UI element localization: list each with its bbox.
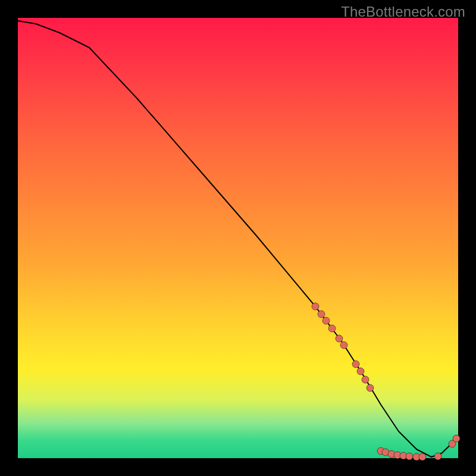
chart-plot-area [18,18,458,458]
data-point [318,311,325,318]
data-point [406,453,413,460]
data-point [340,342,347,349]
frame: TheBottleneck.com [0,0,476,476]
data-point [352,361,359,368]
data-point [419,453,426,461]
data-point [357,368,364,375]
data-point [328,325,336,332]
data-point [434,453,441,460]
data-point [312,303,319,310]
data-point [362,376,369,383]
curve-markers [312,303,460,461]
data-point [322,317,330,324]
bottleneck-curve [18,21,458,457]
chart-svg [18,18,458,458]
data-point [367,384,374,392]
data-point [453,435,460,442]
data-point [336,335,343,342]
